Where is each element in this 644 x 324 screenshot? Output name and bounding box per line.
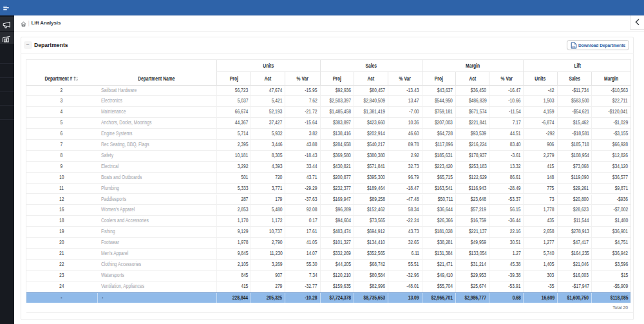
- svg-text:xls: xls: [571, 45, 575, 48]
